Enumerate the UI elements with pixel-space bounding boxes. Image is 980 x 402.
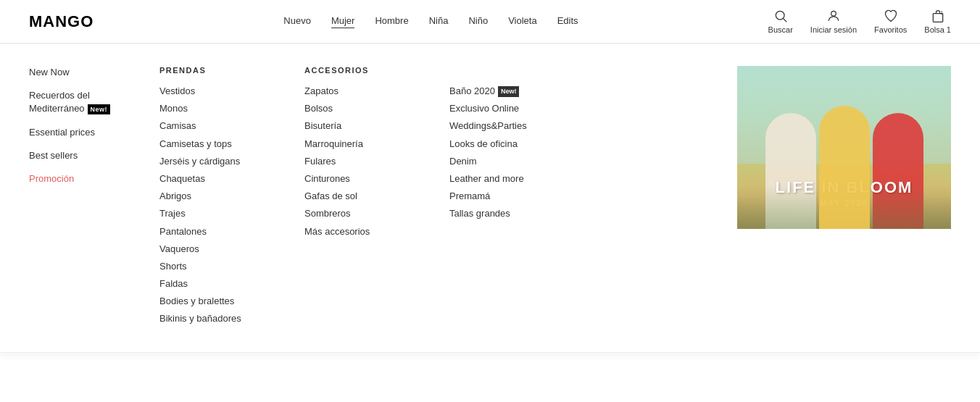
sidebar-essential[interactable]: Essential prices <box>29 126 159 138</box>
heart-icon <box>884 9 898 23</box>
campaign-figures <box>737 66 951 138</box>
dropdown-menu: New Now Recuerdos delMediterráneoNew! Es… <box>0 43 980 138</box>
special-column: _ Baño 2020New! Exclusivo Online Wedding… <box>449 66 594 138</box>
user-icon <box>826 9 841 23</box>
search-label: Buscar <box>768 25 793 34</box>
favorites-action[interactable]: Favoritos <box>874 9 907 34</box>
prendas-camisas[interactable]: Camisas <box>159 120 304 133</box>
nav-nino[interactable]: Niño <box>468 15 488 28</box>
figure-3 <box>873 113 923 138</box>
prendas-vestidos[interactable]: Vestidos <box>159 85 304 98</box>
accesorios-title: ACCESORIOS <box>304 66 449 75</box>
prendas-title: PRENDAS <box>159 66 304 75</box>
svg-point-2 <box>831 11 836 16</box>
signin-label: Iniciar sesión <box>810 25 857 34</box>
accesorios-column: ACCESORIOS Zapatos Bolsos Bisutería Marr… <box>304 66 449 138</box>
special-weddings[interactable]: Weddings&Parties <box>449 120 594 133</box>
svg-text:1: 1 <box>940 10 943 15</box>
nav-nina[interactable]: Niña <box>429 15 449 28</box>
prendas-column: PRENDAS Vestidos Monos Camisas Camisetas… <box>159 66 304 138</box>
new-badge: New! <box>88 104 111 115</box>
nav-nuevo[interactable]: Nuevo <box>283 15 311 28</box>
signin-action[interactable]: Iniciar sesión <box>810 9 857 34</box>
bag-label: Bolsa 1 <box>924 25 951 34</box>
nav-mujer[interactable]: Mujer <box>331 15 355 28</box>
sidebar-recuerdos[interactable]: Recuerdos delMediterráneoNew! <box>29 89 159 115</box>
bag-action[interactable]: 1 Bolsa 1 <box>924 9 951 34</box>
left-sidebar: New Now Recuerdos delMediterráneoNew! Es… <box>29 66 159 138</box>
figure-2 <box>819 106 870 138</box>
nav-edits[interactable]: Edits <box>557 15 578 28</box>
special-bano[interactable]: Baño 2020New! <box>449 85 594 98</box>
special-exclusivo[interactable]: Exclusivo Online <box>449 102 594 115</box>
figure-1 <box>765 113 816 138</box>
acc-bolsos[interactable]: Bolsos <box>304 102 449 115</box>
logo[interactable]: MANGO <box>29 12 94 31</box>
sidebar-new-now[interactable]: New Now <box>29 66 159 79</box>
favorites-label: Favoritos <box>874 25 907 34</box>
main-nav: Nuevo Mujer Hombre Niña Niño Violeta Edi… <box>283 15 578 28</box>
header-actions: Buscar Iniciar sesión Favoritos 1 Bolsa … <box>768 9 951 34</box>
prendas-monos[interactable]: Monos <box>159 102 304 115</box>
nav-violeta[interactable]: Violeta <box>508 15 537 28</box>
svg-line-1 <box>783 19 786 22</box>
search-icon <box>773 9 788 23</box>
campaign-image-container: LIFE IN BLOOM MAY 2020 <box>594 66 951 138</box>
bag-icon: 1 <box>931 9 945 23</box>
acc-bisuteria[interactable]: Bisutería <box>304 120 449 133</box>
svg-point-0 <box>776 11 784 20</box>
nav-hombre[interactable]: Hombre <box>375 15 408 28</box>
header: MANGO Nuevo Mujer Hombre Niña Niño Viole… <box>0 0 980 43</box>
campaign-box[interactable]: LIFE IN BLOOM MAY 2020 <box>737 66 951 138</box>
new-tag: New! <box>498 86 520 97</box>
search-action[interactable]: Buscar <box>768 9 793 34</box>
acc-zapatos[interactable]: Zapatos <box>304 85 449 98</box>
